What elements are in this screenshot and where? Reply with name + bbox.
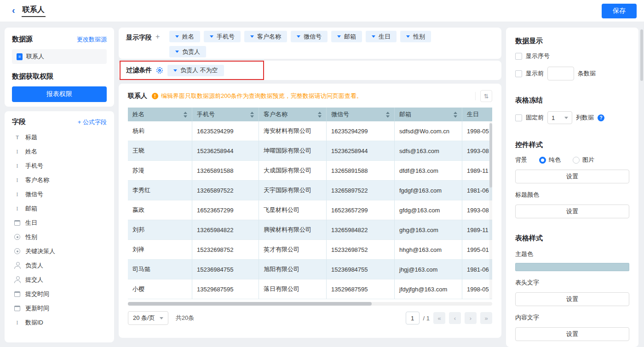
field-item[interactable]: 手机号 <box>12 159 107 173</box>
column-label: 客户名称 <box>264 110 288 119</box>
table-header-cell[interactable]: 客户名称 <box>259 108 327 121</box>
settings-panel: 数据显示 显示序号 显示前 条数据 表格冻结 固定前 1 列数据 ? 控件样式 … <box>506 28 638 347</box>
table-row: 刘禅 15232698752 英才有限公司 15232698752 hhgh@1… <box>128 240 492 260</box>
field-item[interactable]: 提交时间 <box>12 287 107 301</box>
field-chip[interactable]: 生日 <box>366 31 397 42</box>
field-item[interactable]: 关键决策人 <box>12 244 107 258</box>
page-scrollbar-thumb[interactable] <box>640 29 643 81</box>
chevron-down-icon <box>210 35 213 38</box>
table-cell: 腾骏材料有限公司 <box>259 220 327 240</box>
field-type-icon <box>14 205 21 212</box>
filter-condition-chip[interactable]: 负责人 不为空 <box>167 65 224 76</box>
first-page-button[interactable]: « <box>433 312 445 324</box>
show-index-checkbox[interactable] <box>515 53 522 60</box>
background-set-button[interactable]: 设置 <box>515 170 629 183</box>
field-label: 客户名称 <box>25 176 49 184</box>
table-cell: 13529687595 <box>327 279 395 299</box>
back-icon[interactable]: ‹ <box>12 5 15 16</box>
field-item[interactable]: 生日 <box>12 216 107 230</box>
field-item[interactable]: 标题 <box>12 130 107 144</box>
field-chip[interactable]: 客户名称 <box>244 31 287 42</box>
page-size-select[interactable]: 20 条/页 <box>128 311 168 325</box>
table-cell: 16235294299 <box>192 121 259 141</box>
vertical-scrollbar-thumb[interactable] <box>489 123 492 188</box>
header-text-set-button[interactable]: 设置 <box>515 292 629 306</box>
sort-icon[interactable] <box>454 112 457 118</box>
current-page-box[interactable]: 1 <box>406 312 420 324</box>
show-first-count-input[interactable] <box>547 67 574 80</box>
sort-icon[interactable] <box>184 112 187 118</box>
field-item[interactable]: 负责人 <box>12 258 107 273</box>
field-chip[interactable]: 微信号 <box>291 31 328 42</box>
add-field-icon[interactable]: + <box>155 34 160 40</box>
save-button[interactable]: 保存 <box>602 4 637 18</box>
field-item[interactable]: 性别 <box>12 230 107 244</box>
field-chip[interactable]: 邮箱 <box>331 31 362 42</box>
last-page-button[interactable]: » <box>480 312 492 324</box>
table-row: 苏漫 13265891588 大成国际有限公司 13265891588 dfdf… <box>128 161 492 181</box>
table-cell: 15236258944 <box>327 141 395 161</box>
divider <box>475 92 476 100</box>
bg-image-option[interactable]: 图片 <box>573 156 594 164</box>
sort-icon[interactable] <box>250 112 254 118</box>
sort-rows-icon[interactable]: ⇅ <box>480 90 492 102</box>
field-item[interactable]: 数据ID <box>12 315 107 330</box>
freeze-count-select[interactable]: 1 <box>547 111 572 124</box>
table-header-cell[interactable]: 生日 <box>462 108 492 121</box>
table-header-cell[interactable]: 微信号 <box>327 108 395 121</box>
image-label: 图片 <box>582 156 594 164</box>
sort-icon[interactable] <box>386 112 390 118</box>
field-item[interactable]: 邮箱 <box>12 201 107 216</box>
change-datasource-link[interactable]: 更改数据源 <box>77 35 107 44</box>
table-row: 小樱 13529687595 落日有限公司 13529687595 jfdyjf… <box>128 279 492 299</box>
field-type-icon <box>14 319 21 326</box>
chip-label: 邮箱 <box>344 33 356 41</box>
pagination: 1 / 1 « ‹ › » <box>406 312 492 324</box>
freeze-suffix: 列数据 <box>576 114 594 122</box>
field-chip[interactable]: 手机号 <box>204 31 241 42</box>
field-chip[interactable]: 负责人 <box>169 46 206 57</box>
table-cell: sdfs@163.com <box>395 141 462 161</box>
table-row: 王晓 15236258944 坤曜国际有限公司 15236258944 sdfs… <box>128 141 492 161</box>
freeze-checkbox[interactable] <box>515 114 522 121</box>
table-cell: 1981-06 <box>462 260 492 279</box>
display-field-chips: 姓名 手机号 客户名称 微信号 <box>169 31 445 56</box>
help-icon[interactable]: ? <box>598 114 604 121</box>
table-cell: gfdg@163.com <box>395 200 462 220</box>
field-chip[interactable]: 性别 <box>400 31 431 42</box>
field-item[interactable]: 更新时间 <box>12 301 107 315</box>
field-item[interactable]: 客户名称 <box>12 173 107 187</box>
horizontal-scrollbar-thumb[interactable] <box>128 302 372 306</box>
field-type-icon <box>14 134 21 141</box>
report-permission-button[interactable]: 报表权限 <box>12 86 107 102</box>
table-cell: 13265984822 <box>192 220 259 240</box>
field-item[interactable]: 提交人 <box>12 273 107 287</box>
add-formula-field-link[interactable]: + 公式字段 <box>78 118 107 126</box>
field-label: 手机号 <box>25 162 43 170</box>
table-header-cell[interactable]: 手机号 <box>192 108 259 121</box>
field-item[interactable]: 姓名 <box>12 144 107 159</box>
next-page-button[interactable]: › <box>465 312 477 324</box>
field-type-icon <box>14 219 21 226</box>
table-cell: 1993-08 <box>462 141 492 161</box>
title-color-set-button[interactable]: 设置 <box>515 205 629 218</box>
show-first-checkbox[interactable] <box>515 70 522 77</box>
gear-icon[interactable] <box>156 67 163 74</box>
radio-icon[interactable] <box>573 157 580 164</box>
content-text-set-button[interactable]: 设置 <box>515 327 629 341</box>
datasource-item[interactable]: 联系人 <box>12 49 107 64</box>
theme-color-swatch[interactable] <box>515 263 629 271</box>
field-type-icon <box>14 305 21 312</box>
prev-page-button[interactable]: ‹ <box>449 312 461 324</box>
theme-color-label: 主题色 <box>515 250 629 258</box>
table-cell: hhgh@163.com <box>395 240 462 260</box>
table-header-cell[interactable]: 姓名 <box>128 108 192 121</box>
notice-text: 编辑界面只取数据源前200条作为查询数据预览，完整数据请访问页面查看。 <box>161 92 362 100</box>
radio-selected-icon[interactable] <box>539 157 546 164</box>
field-item[interactable]: 微信号 <box>12 187 107 201</box>
table-header-cell[interactable]: 邮箱 <box>395 108 462 121</box>
sort-icon[interactable] <box>318 112 322 118</box>
field-chip[interactable]: 姓名 <box>169 31 200 42</box>
field-type-icon <box>14 262 21 269</box>
bg-solid-option[interactable]: 纯色 <box>539 156 561 164</box>
